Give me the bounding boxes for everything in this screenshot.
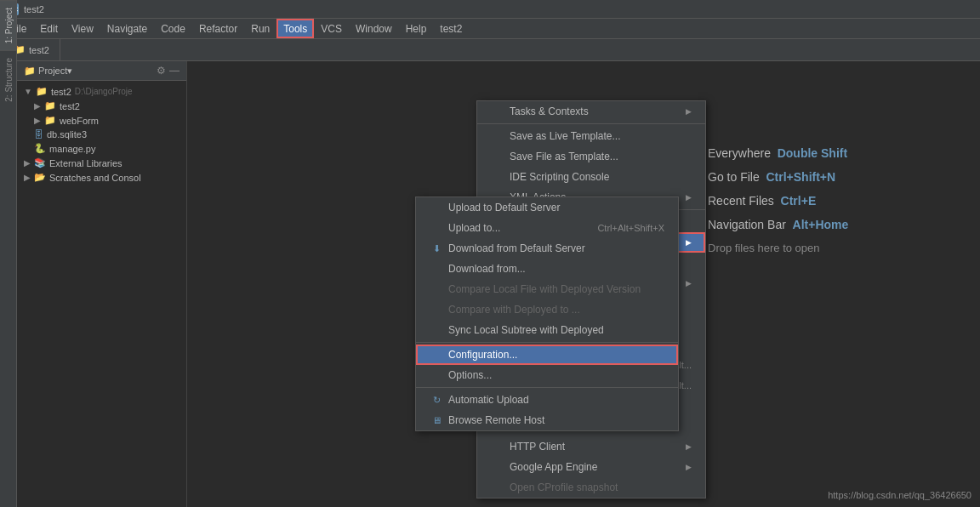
libs-icon: 📚	[34, 157, 46, 168]
search-everywhere-hint: Everywhere Double Shift	[708, 146, 963, 160]
project-settings-icon[interactable]: ⚙	[157, 65, 166, 77]
v-tab-structure[interactable]: 2: Structure	[0, 50, 16, 109]
recent-files-hint: Recent Files Ctrl+E	[708, 194, 963, 208]
menu-xml[interactable]: XML Actions	[477, 187, 705, 208]
menu-ssh[interactable]: Start SSH Session...	[477, 253, 705, 273]
menu-deployment[interactable]: ⬆ Deployment	[477, 232, 705, 253]
url-text: https://blog.csdn.net/qq_36426650	[828, 490, 971, 500]
ide-icon	[491, 170, 504, 184]
menu-navigate[interactable]: Navigate	[100, 19, 154, 38]
editor-area: Everywhere Double Shift Go to File Ctrl+…	[187, 61, 980, 507]
tree-item-db[interactable]: 🗄 db.sqlite3	[17, 128, 186, 141]
go-to-file-hint: Go to File Ctrl+Shift+N	[708, 170, 963, 184]
menu-window[interactable]: Window	[349, 19, 399, 38]
menu-stack[interactable]: Stack Trace or Thread Dump...	[477, 212, 705, 232]
menu-run-setup[interactable]: Run setup.py Task... Ctrl+Alt...	[477, 355, 705, 375]
menu-code[interactable]: Code	[154, 19, 192, 38]
tasks-icon	[491, 105, 504, 118]
run-manage-shortcut: Ctrl+Alt...	[652, 380, 692, 390]
arrow-icon: ▶	[24, 173, 31, 182]
folder-icon: 📁	[24, 66, 36, 76]
menu-edit[interactable]: Edit	[33, 19, 65, 38]
vagrant-icon	[491, 276, 504, 290]
main-layout: 1: Project 2: Structure 📁 Project▾ ⚙ — ▼…	[0, 61, 980, 507]
menu-sync-py[interactable]: Sync Python Requirements...	[477, 314, 705, 334]
sync-local-icon	[430, 323, 443, 337]
menu-cprofile[interactable]: Open CProfile snapshot	[477, 477, 705, 498]
vertical-tabs: 1: Project 2: Structure	[0, 0, 17, 507]
project-minimize-icon[interactable]: —	[169, 65, 179, 77]
menu-run[interactable]: Run	[244, 19, 276, 38]
tree-item-test2[interactable]: ▶ 📁 test2	[17, 99, 186, 113]
compare-deployed-icon	[430, 303, 443, 316]
tree-item-manage[interactable]: 🐍 manage.py	[17, 141, 186, 156]
xml-icon	[491, 191, 504, 204]
sync-icon	[491, 317, 504, 331]
menu-ide-scripting[interactable]: IDE Scripting Console	[477, 167, 705, 187]
nav-bar-hint: Navigation Bar Alt+Home	[708, 218, 963, 231]
run-setup-shortcut: Ctrl+Alt...	[652, 360, 692, 370]
python-icon: 🐍	[491, 297, 504, 310]
menu-save-live[interactable]: Save as Live Template...	[477, 126, 705, 146]
menu-sphinx[interactable]: Sphinx Quickstart	[477, 396, 705, 416]
auto-upload-icon: ↻	[430, 393, 443, 407]
datalore-icon	[491, 419, 504, 433]
menu-project-name[interactable]: test2	[433, 19, 469, 38]
upload-to-icon	[430, 221, 443, 235]
divider-2	[477, 209, 705, 210]
save-icon	[491, 129, 504, 143]
deployment-icon: ⬆	[491, 236, 504, 249]
download-from-icon	[430, 262, 443, 276]
save-file-icon	[491, 150, 504, 163]
tab-bar: 📁 test2	[0, 39, 980, 61]
upload-default-icon	[430, 201, 443, 214]
menu-tasks[interactable]: Tasks & Contexts	[477, 101, 705, 122]
menu-create-setup[interactable]: Create setup.py	[477, 334, 705, 355]
project-title: 📁 Project▾	[24, 66, 72, 77]
stack-icon	[491, 215, 504, 229]
menu-run-manage[interactable]: Run manage.py Task... Ctrl+Alt...	[477, 375, 705, 396]
project-panel: 📁 Project▾ ⚙ — ▼ 📁 test2 D:\DjangoProje …	[17, 61, 187, 507]
arrow-icon: ▶	[34, 116, 41, 125]
menu-bar: File Edit View Navigate Code Refactor Ru…	[0, 19, 980, 39]
tree-item-ext-libs[interactable]: ▶ 📚 External Libraries	[17, 156, 186, 170]
right-info-panel: Everywhere Double Shift Go to File Ctrl+…	[691, 129, 980, 271]
cprofile-icon	[491, 481, 504, 494]
config-icon	[430, 348, 443, 362]
folder-icon: 📁	[44, 115, 56, 126]
menu-datalore[interactable]: Datalore	[477, 416, 705, 436]
options-icon	[430, 368, 443, 382]
menu-python-debug[interactable]: 🐍 Python or Debug Console	[477, 293, 705, 314]
ssh-icon	[491, 256, 504, 270]
gae-icon	[491, 460, 504, 474]
tree-item-webform[interactable]: ▶ 📁 webForm	[17, 113, 186, 128]
py-icon: 🐍	[34, 143, 46, 154]
menu-tools[interactable]: Tools	[276, 19, 314, 38]
menu-help[interactable]: Help	[399, 19, 434, 38]
http-icon	[491, 440, 504, 453]
tree-root[interactable]: ▼ 📁 test2 D:\DjangoProje	[17, 84, 186, 99]
menu-vcs[interactable]: VCS	[314, 19, 349, 38]
compare-local-icon	[430, 282, 443, 296]
tree-item-scratches[interactable]: ▶ 📂 Scratches and Consol	[17, 170, 186, 185]
db-icon: 🗄	[34, 129, 43, 140]
sphinx-icon	[491, 399, 504, 413]
menu-vagrant[interactable]: Vagrant	[477, 273, 705, 293]
menu-gae[interactable]: Google App Engine	[477, 457, 705, 477]
app-title: test2	[24, 4, 44, 14]
menu-refactor[interactable]: Refactor	[192, 19, 244, 38]
path-label: D:\DjangoProje	[75, 87, 133, 96]
project-header: 📁 Project▾ ⚙ —	[17, 61, 186, 81]
v-tab-project[interactable]: 1: Project	[0, 0, 16, 50]
menu-view[interactable]: View	[65, 19, 100, 38]
tab-label: test2	[29, 45, 49, 55]
project-tree: ▼ 📁 test2 D:\DjangoProje ▶ 📁 test2 ▶ 📁 w…	[17, 81, 186, 188]
drop-files-text: Drop files here to open	[708, 242, 963, 254]
menu-http[interactable]: HTTP Client	[477, 436, 705, 457]
title-bar: PC test2	[0, 0, 980, 19]
download-default-icon: ⬇	[430, 242, 443, 255]
arrow-icon: ▶	[24, 158, 31, 168]
menu-save-file[interactable]: Save File as Template...	[477, 146, 705, 167]
arrow-icon: ▼	[24, 87, 32, 96]
browse-remote-icon: 🖥	[430, 413, 443, 427]
